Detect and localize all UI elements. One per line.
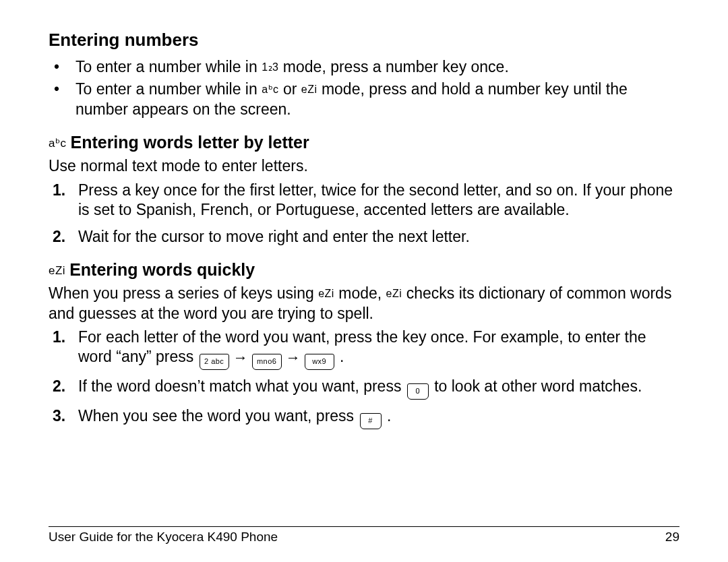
manual-page: Entering numbers To enter a number while… <box>0 0 728 562</box>
numbers-bullet-list: To enter a number while in 1₂3 mode, pre… <box>49 57 679 119</box>
mode-ezi-icon: eZi <box>318 288 334 299</box>
step-item: For each letter of the word you want, pr… <box>69 327 679 370</box>
mode-abc-icon: aᵇc <box>262 84 278 95</box>
intro-text: When you press a series of keys using eZ… <box>49 284 679 323</box>
mode-123-icon: 1₂3 <box>262 61 278 73</box>
keycap-6mno-icon: mno6 <box>252 354 282 370</box>
arrow-right-icon: → <box>233 349 248 366</box>
text: When you press a series of keys using <box>49 284 318 302</box>
letter-steps: Press a key once for the first letter, t… <box>49 181 679 247</box>
keycap-9wxy-icon: wx9 <box>305 354 334 370</box>
heading-words-quickly: eZiEntering words quickly <box>49 260 679 280</box>
text: . <box>383 407 392 425</box>
quick-steps: For each letter of the word you want, pr… <box>49 327 679 429</box>
bullet-item: To enter a number while in aᵇc or eZi mo… <box>69 80 679 119</box>
text: . <box>336 348 344 365</box>
text: When you see the word you want, press <box>78 407 359 425</box>
page-footer: User Guide for the Kyocera K490 Phone 29 <box>49 526 679 544</box>
text: To enter a number while in <box>75 80 262 98</box>
page-number: 29 <box>665 530 679 544</box>
arrow-right-icon: → <box>286 349 301 366</box>
intro-text: Use normal text mode to enter letters. <box>49 156 679 176</box>
heading-text: Entering words quickly <box>69 260 255 279</box>
heading-text: Entering words letter by letter <box>70 133 309 152</box>
step-item: When you see the word you want, press # … <box>69 406 679 429</box>
text: For each letter of the word you want, pr… <box>78 328 646 365</box>
step-item: Wait for the cursor to move right and en… <box>69 227 679 247</box>
heading-entering-numbers: Entering numbers <box>49 30 679 51</box>
heading-letter-by-letter: aᵇcEntering words letter by letter <box>49 133 679 152</box>
mode-ezi-icon: eZi <box>386 288 402 299</box>
text: mode, <box>334 284 386 302</box>
footer-title: User Guide for the Kyocera K490 Phone <box>49 530 278 544</box>
text: or <box>279 80 301 98</box>
text: To enter a number while in <box>75 58 262 75</box>
step-item: Press a key once for the first letter, t… <box>69 181 679 220</box>
text: If the word doesn’t match what you want,… <box>78 377 406 395</box>
text: to look at other word matches. <box>430 377 642 395</box>
mode-ezi-icon: eZi <box>49 264 65 277</box>
mode-ezi-icon: eZi <box>301 84 317 95</box>
step-item: If the word doesn’t match what you want,… <box>69 377 679 400</box>
text: mode, press a number key once. <box>278 58 508 75</box>
keycap-2abc-icon: 2 abc <box>200 354 229 370</box>
keycap-0next-icon: 0 <box>407 383 429 400</box>
mode-abc-icon: aᵇc <box>49 137 66 150</box>
keycap-hash-icon: # <box>360 413 382 429</box>
bullet-item: To enter a number while in 1₂3 mode, pre… <box>69 57 679 77</box>
